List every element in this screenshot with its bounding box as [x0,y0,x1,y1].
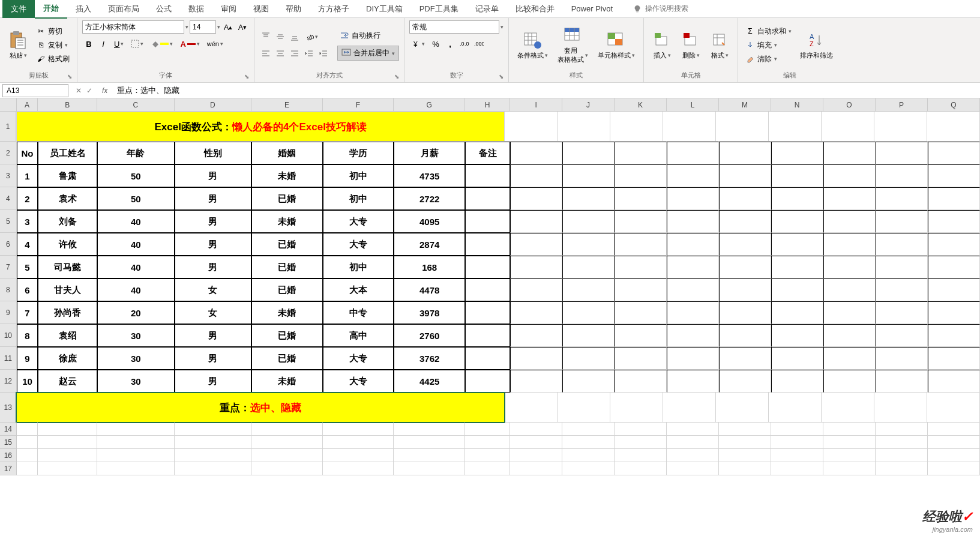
cell-styles-button[interactable]: 单元格样式▾ [594,28,639,62]
empty-cell[interactable] [394,436,465,449]
table-cell[interactable]: 1 [17,164,38,187]
increase-decimal-button[interactable]: .0.00 [458,37,471,50]
tab-layout[interactable]: 页面布局 [100,0,148,18]
empty-cell[interactable] [928,210,980,233]
empty-cell[interactable] [716,112,769,142]
row-header[interactable]: 12 [0,370,17,393]
col-header[interactable]: Q [928,98,980,112]
tab-home[interactable]: 开始 [35,0,67,19]
spreadsheet-grid[interactable]: A B C D E F G H I J K L M N O P Q 1 Exce… [0,98,980,539]
table-cell[interactable] [465,324,510,347]
select-all-corner[interactable] [0,98,17,112]
empty-cell[interactable] [876,462,928,475]
table-cell[interactable]: 40 [97,279,175,301]
empty-cell[interactable] [175,449,252,462]
empty-cell[interactable] [771,210,823,233]
formula-input[interactable] [112,86,980,95]
table-cell[interactable]: 男 [175,347,252,370]
fill-button[interactable]: 填充▾ [743,39,794,52]
empty-cell[interactable] [928,462,980,475]
empty-cell[interactable] [771,347,823,370]
empty-cell[interactable] [38,449,97,462]
table-cell[interactable]: 4 [17,233,38,256]
col-header[interactable]: D [175,98,252,112]
table-cell[interactable]: 孙尚香 [38,301,97,324]
empty-cell[interactable] [667,301,719,324]
table-cell[interactable]: 已婚 [251,256,323,279]
empty-cell[interactable] [927,393,980,423]
empty-cell[interactable] [667,449,719,462]
empty-cell[interactable] [615,164,667,187]
row-header[interactable]: 8 [0,279,17,301]
tab-fangfang[interactable]: 方方格子 [310,0,358,18]
empty-cell[interactable] [719,279,771,301]
conditional-format-button[interactable]: 条件格式▾ [514,28,552,62]
empty-cell[interactable] [823,142,876,164]
table-cell[interactable]: 5 [17,256,38,279]
empty-cell[interactable] [667,462,719,475]
empty-cell[interactable] [251,436,323,449]
empty-cell[interactable] [876,256,928,279]
empty-cell[interactable] [771,256,823,279]
row-header[interactable]: 7 [0,256,17,279]
table-cell[interactable]: 男 [175,233,252,256]
table-cell[interactable]: 徐庶 [38,347,97,370]
percent-button[interactable]: % [429,37,442,50]
table-cell[interactable]: 50 [97,164,175,187]
empty-cell[interactable] [769,393,822,423]
tab-diy[interactable]: DIY工具箱 [358,0,411,18]
empty-cell[interactable] [771,187,823,210]
empty-cell[interactable] [667,347,719,370]
enter-formula-button[interactable]: ✓ [86,86,92,95]
empty-cell[interactable] [876,187,928,210]
empty-cell[interactable] [394,462,465,475]
tab-help[interactable]: 帮助 [277,0,310,18]
phonetic-button[interactable]: wén▾ [204,37,226,50]
merge-center-button[interactable]: 合并后居中▾ [337,46,399,61]
tab-compare[interactable]: 比较和合并 [507,0,563,18]
empty-cell[interactable] [394,449,465,462]
empty-cell[interactable] [558,112,610,142]
empty-cell[interactable] [510,142,562,164]
empty-cell[interactable] [615,187,667,210]
empty-cell[interactable] [510,210,562,233]
tab-record[interactable]: 记录单 [467,0,507,18]
empty-cell[interactable] [562,164,615,187]
footer-banner[interactable]: 重点：选中、隐藏 [16,393,505,423]
empty-cell[interactable] [667,256,719,279]
cut-button[interactable]: ✂ 剪切 [34,25,72,38]
empty-cell[interactable] [769,112,822,142]
empty-cell[interactable] [510,301,562,324]
empty-cell[interactable] [510,324,562,347]
empty-cell[interactable] [823,233,876,256]
table-cell[interactable]: 未婚 [251,370,323,393]
autosum-button[interactable]: Σ 自动求和▾ [743,25,794,38]
col-header[interactable]: P [876,98,928,112]
table-cell[interactable]: 女 [175,279,252,301]
format-cells-button[interactable]: 格式▾ [706,28,733,62]
table-cell[interactable]: 2722 [394,187,465,210]
empty-cell[interactable] [615,324,667,347]
align-middle-button[interactable] [274,30,287,43]
tab-formulas[interactable]: 公式 [148,0,180,18]
empty-cell[interactable] [251,449,323,462]
col-header[interactable]: I [510,98,562,112]
empty-cell[interactable] [928,233,980,256]
table-cell[interactable]: 3978 [394,301,465,324]
empty-cell[interactable] [562,301,615,324]
empty-cell[interactable] [562,347,615,370]
paste-button[interactable]: 粘贴▾ [5,28,31,62]
empty-cell[interactable] [323,436,394,449]
table-cell[interactable]: 8 [17,324,38,347]
empty-cell[interactable] [719,164,771,187]
empty-cell[interactable] [510,233,562,256]
empty-cell[interactable] [465,423,510,436]
table-cell[interactable]: 4425 [394,370,465,393]
empty-cell[interactable] [465,449,510,462]
empty-cell[interactable] [719,423,771,436]
empty-cell[interactable] [667,142,719,164]
cancel-formula-button[interactable]: ✕ [76,86,82,95]
empty-cell[interactable] [876,210,928,233]
empty-cell[interactable] [823,324,876,347]
col-header[interactable]: N [771,98,823,112]
